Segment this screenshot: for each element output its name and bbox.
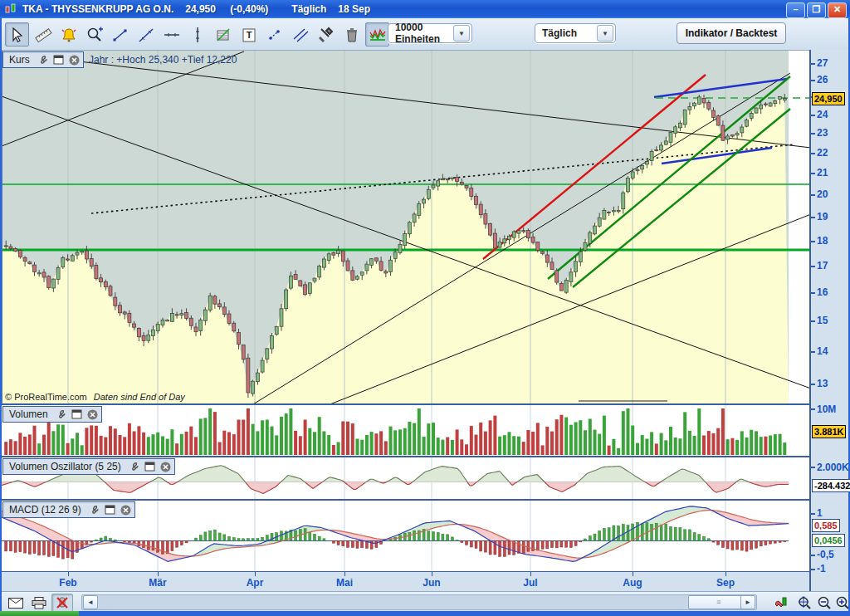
price-axis-label: 17 <box>817 260 828 271</box>
axis-tick <box>811 194 815 196</box>
drawing-toolbar: T 10000 Einheiten ▼ Täglich ▼ Indikator … <box>2 18 848 51</box>
cursor-tool[interactable] <box>5 22 29 46</box>
macd-axis-label: -0,5 <box>817 549 834 560</box>
month-label: Sep <box>716 577 735 589</box>
month-label: Mai <box>336 577 353 589</box>
axis-tick <box>811 153 815 154</box>
mail-icon[interactable] <box>5 594 27 612</box>
macd-panel-header: MACD (12 26 9) <box>2 501 135 518</box>
title-bar[interactable]: TKA - THYSSENKRUPP AG O.N. 24,950 (-0,40… <box>0 0 850 18</box>
price-axis-label: 24 <box>817 109 828 120</box>
chart-settings-icon[interactable] <box>772 594 794 612</box>
period-dropdown-value: Täglich <box>535 27 597 39</box>
taskbar[interactable] <box>0 611 850 616</box>
macd-histogram-value-box: 0,0456 <box>812 534 845 547</box>
parallel-lines-tool[interactable] <box>288 22 312 46</box>
tools-tool[interactable] <box>314 22 338 46</box>
volume-chart[interactable] <box>2 405 809 456</box>
axis-tick <box>811 292 815 294</box>
candlestick-chart[interactable] <box>2 51 809 403</box>
wrench-icon[interactable] <box>37 54 49 66</box>
scroll-right-arrow[interactable]: ► <box>740 595 755 609</box>
price-axis-label: 27 <box>817 57 828 69</box>
title-price: 24,950 (-0,40%) <box>185 3 280 15</box>
ruler-tool[interactable] <box>31 22 55 46</box>
zoom-in-icon[interactable] <box>832 594 850 612</box>
indicator-backtest-button[interactable]: Indikator / Backtest <box>677 22 786 44</box>
svg-text:T: T <box>246 30 252 40</box>
axis-tick <box>811 173 815 174</box>
period-dropdown[interactable]: Täglich ▼ <box>535 23 616 43</box>
macd-panel[interactable]: MACD (12 26 9) <box>2 501 809 571</box>
oscillator-value-box: -284.432 <box>812 479 850 492</box>
short-segment-tool[interactable] <box>262 22 286 46</box>
copyright-note: © ProRealTime.comDaten sind End of Day <box>5 392 185 402</box>
zigzag-indicator-tool[interactable] <box>365 22 389 46</box>
units-dropdown-value: 10000 Einheiten <box>388 22 453 45</box>
trash-tool[interactable] <box>340 22 364 46</box>
kurs-panel-header: Kurs <box>2 51 84 68</box>
zoom-plus-tool[interactable] <box>82 22 106 46</box>
panel-title: Volumen <box>6 408 51 420</box>
new-window-icon[interactable] <box>71 408 83 420</box>
close-panel-icon[interactable] <box>68 54 81 66</box>
price-axis-label: 20 <box>817 188 828 200</box>
volume-panel[interactable]: Volumen <box>2 405 809 456</box>
axis-tick <box>811 351 815 353</box>
wrench-icon[interactable] <box>55 408 67 420</box>
horizontal-line-tool[interactable] <box>159 22 183 46</box>
close-panel-icon[interactable] <box>120 504 132 516</box>
price-axis-label: 18 <box>817 235 828 247</box>
price-axis-label: 19 <box>817 211 828 222</box>
price-chart-panel[interactable]: Kurs Jahr : +Hoch 25,340 +Tief 12,220 © … <box>2 51 809 403</box>
close-panel-icon[interactable] <box>86 408 99 420</box>
alerts-off-icon[interactable] <box>51 594 73 612</box>
title-period: Täglich <box>291 3 326 15</box>
alarm-bell-tool[interactable] <box>56 22 81 46</box>
month-label: Feb <box>59 577 76 589</box>
macd-axis-label: 1 <box>817 507 823 519</box>
scroll-left-arrow[interactable]: ◄ <box>83 595 98 609</box>
volume-oscillator-panel[interactable]: Volumen Oszillator (5 25) <box>2 457 809 499</box>
wrench-icon[interactable] <box>88 504 100 516</box>
price-axis[interactable]: 27262524232221201918171615141324,95010M3… <box>809 50 850 591</box>
fibonacci-tool[interactable] <box>211 22 235 46</box>
price-axis-label: 22 <box>817 147 828 159</box>
text-tool[interactable]: T <box>237 22 261 46</box>
start-button-area[interactable] <box>0 611 79 616</box>
title-date: 18 Sep <box>338 3 370 15</box>
price-axis-label: 26 <box>817 74 828 86</box>
month-tick <box>725 572 726 576</box>
bottom-toolbar: ◄ ≡ ► <box>2 591 848 612</box>
macd-signal-value-box: 0,585 <box>812 519 840 532</box>
horizontal-scrollbar[interactable]: ◄ ≡ ► <box>81 594 757 610</box>
close-button[interactable]: ✕ <box>828 2 847 18</box>
vertical-line-tool[interactable] <box>185 22 209 46</box>
new-window-icon[interactable] <box>104 504 116 516</box>
window-title: TKA - THYSSENKRUPP AG O.N. <box>22 3 173 15</box>
axis-tick <box>811 241 815 242</box>
wrench-icon[interactable] <box>128 461 140 472</box>
segment-tool[interactable] <box>108 22 132 46</box>
units-dropdown[interactable]: 10000 Einheiten ▼ <box>388 23 472 43</box>
new-window-icon[interactable] <box>52 54 65 66</box>
axis-tick <box>811 217 815 218</box>
new-window-icon[interactable] <box>144 461 156 472</box>
axis-tick <box>811 80 815 81</box>
month-label: Aug <box>623 577 642 589</box>
price-axis-label: 23 <box>817 127 828 139</box>
minimize-button[interactable]: – <box>786 2 805 18</box>
print-icon[interactable] <box>28 594 50 612</box>
volume-panel-header: Volumen <box>2 406 102 423</box>
restore-button[interactable]: ❐ <box>807 2 826 18</box>
chevron-down-icon[interactable]: ▼ <box>597 25 613 42</box>
candlestick-app-icon <box>4 3 17 15</box>
chevron-down-icon[interactable]: ▼ <box>453 25 470 42</box>
zoom-range-icon[interactable] <box>793 594 814 612</box>
month-label: Jul <box>523 577 537 589</box>
close-panel-icon[interactable] <box>159 461 172 472</box>
trendline-tool[interactable] <box>134 22 158 46</box>
year-high-low-info: Jahr : +Hoch 25,340 +Tief 12,220 <box>89 54 237 66</box>
axis-tick <box>811 320 815 322</box>
tool-icon-group: T <box>5 22 415 46</box>
